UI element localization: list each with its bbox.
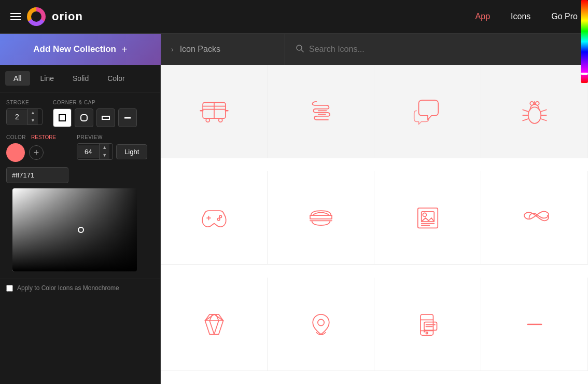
photo-icon: [410, 200, 446, 236]
mobile-chat-icon: [410, 306, 446, 342]
corner-cap-group: CORNER & CAP: [53, 100, 137, 127]
svg-rect-4: [102, 116, 109, 119]
svg-rect-30: [310, 215, 332, 218]
preview-size-wrap: ▲ ▼: [77, 143, 113, 160]
svg-point-18: [535, 101, 539, 105]
svg-rect-10: [218, 118, 222, 122]
hex-input[interactable]: [6, 167, 68, 183]
tab-all[interactable]: All: [5, 71, 30, 86]
stroke-up[interactable]: ▲: [28, 109, 38, 117]
header-left: orion: [10, 7, 83, 26]
stroke-arrows: ▲ ▼: [27, 109, 38, 125]
icon-cell-bus[interactable]: [161, 65, 268, 158]
checkbox-row: Apply to Color Icons as Monochrome: [0, 279, 160, 297]
search-area: [285, 34, 588, 65]
svg-line-20: [541, 109, 547, 112]
cap-butt-icon[interactable]: [118, 108, 137, 127]
stroke-input[interactable]: [7, 109, 27, 124]
icon-cell-photo[interactable]: [374, 171, 481, 265]
burger-icon: [303, 200, 339, 236]
add-collection-label: Add New Collection: [33, 44, 116, 54]
svg-line-1: [301, 50, 303, 52]
cap-flat-icon[interactable]: [96, 108, 115, 127]
add-color-button[interactable]: +: [29, 145, 44, 160]
icon-cell-scroll[interactable]: [268, 65, 374, 158]
preview-label: PREVIEW: [77, 134, 147, 140]
icon-packs-button[interactable]: › Icon Packs: [161, 34, 285, 65]
sub-header: Add New Collection + › Icon Packs: [0, 34, 588, 65]
monochrome-label: Apply to Color Icons as Monochrome: [17, 284, 119, 292]
stroke-input-wrap: ▲ ▼: [6, 108, 43, 125]
svg-rect-2: [59, 115, 65, 121]
logo-icon: [27, 7, 46, 26]
icon-cell-location[interactable]: [268, 278, 374, 371]
color-picker[interactable]: [6, 188, 154, 271]
icon-cell-bug[interactable]: [481, 65, 588, 158]
stroke-corner-controls: STROKE ▲ ▼ CORNER & CAP: [0, 92, 160, 279]
search-icon: [296, 44, 304, 54]
svg-point-34: [423, 213, 426, 216]
icon-cell-gamepad[interactable]: [161, 171, 268, 265]
preview-size-down[interactable]: ▼: [100, 152, 109, 159]
header: orion App Icons Go Pro: [0, 0, 588, 34]
infinity-icon: [516, 200, 553, 236]
left-panel: All Line Solid Color STROKE ▲ ▼: [0, 65, 161, 384]
svg-point-45: [426, 332, 428, 334]
color-group: COLOR RESTORE +: [6, 134, 56, 162]
preview-size-arrows: ▲ ▼: [99, 144, 109, 159]
nav-app[interactable]: App: [475, 12, 490, 21]
cap-square-icon[interactable]: [53, 108, 72, 127]
color-swatch[interactable]: [6, 143, 25, 162]
icon-cell-diamond[interactable]: [161, 278, 268, 371]
stroke-group: STROKE ▲ ▼: [6, 100, 43, 127]
tab-color[interactable]: Color: [99, 71, 133, 86]
icons-grid: [161, 65, 588, 384]
tab-solid[interactable]: Solid: [64, 71, 97, 86]
color-restore-row: COLOR RESTORE + PREVIEW: [6, 134, 154, 162]
chevron-right-icon: ›: [171, 45, 174, 53]
cap-icons: [53, 108, 137, 127]
monochrome-checkbox[interactable]: [6, 285, 13, 292]
bus-icon: [196, 93, 232, 130]
bug-icon: [516, 93, 553, 130]
svg-line-40: [214, 321, 219, 334]
main: All Line Solid Color STROKE ▲ ▼: [0, 65, 588, 384]
gamepad-icon: [196, 200, 232, 236]
restore-label[interactable]: RESTORE: [31, 134, 56, 140]
icon-cell-chat[interactable]: [374, 65, 481, 158]
icon-cell-burger[interactable]: [268, 171, 374, 265]
svg-rect-9: [206, 118, 209, 122]
stroke-label: STROKE: [6, 100, 43, 105]
control-row-1: STROKE ▲ ▼ CORNER & CAP: [6, 100, 154, 127]
nav-gopro[interactable]: Go Pro: [551, 12, 578, 21]
hex-input-wrap: [6, 167, 154, 183]
hamburger-menu[interactable]: [10, 13, 21, 20]
diamond-icon: [196, 306, 232, 342]
add-collection-button[interactable]: Add New Collection +: [0, 34, 161, 65]
icon-cell-mobile-chat[interactable]: [374, 278, 481, 371]
tab-line[interactable]: Line: [32, 71, 62, 86]
svg-point-17: [530, 101, 534, 105]
add-icon: +: [121, 44, 128, 56]
icon-cell-infinity[interactable]: [481, 171, 588, 265]
color-gradient-area[interactable]: [12, 188, 137, 271]
svg-line-23: [523, 119, 528, 121]
svg-line-19: [523, 109, 528, 112]
svg-line-39: [209, 321, 214, 334]
svg-point-29: [217, 218, 219, 220]
cap-round-icon[interactable]: [75, 108, 93, 127]
minus-icon: [516, 306, 553, 342]
preview-size-input[interactable]: [77, 145, 99, 158]
svg-line-24: [541, 119, 547, 121]
location-icon: [303, 306, 339, 342]
svg-point-28: [219, 215, 221, 217]
nav-icons[interactable]: Icons: [511, 12, 530, 21]
stroke-down[interactable]: ▼: [28, 117, 38, 125]
search-input[interactable]: [309, 45, 578, 54]
preview-mode-button[interactable]: Light: [116, 144, 147, 159]
icon-cell-minus[interactable]: [481, 278, 588, 371]
svg-point-41: [317, 319, 324, 325]
preview-size-up[interactable]: ▲: [100, 144, 109, 152]
preview-group: PREVIEW ▲ ▼ Light: [77, 134, 147, 160]
color-label: COLOR: [6, 134, 26, 140]
